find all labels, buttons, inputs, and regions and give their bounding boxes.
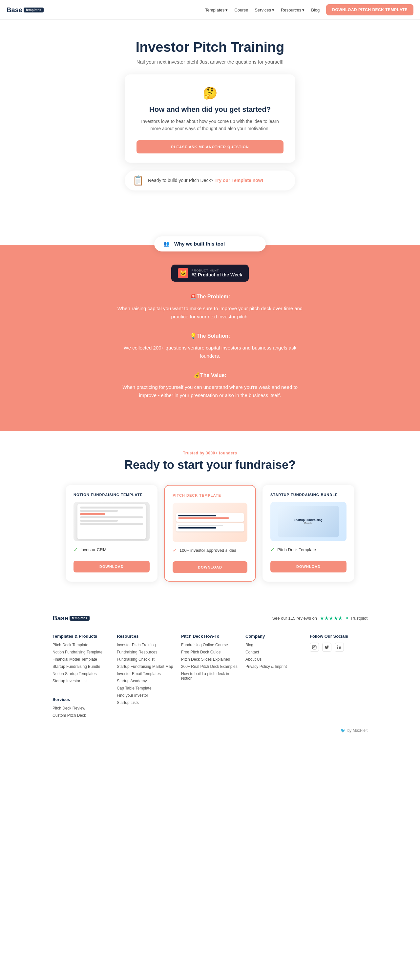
footer-link[interactable]: Pitch Deck Review xyxy=(53,706,110,711)
footer-link[interactable]: Investor Pitch Training xyxy=(117,643,174,647)
ph-label: PRODUCT HUNT xyxy=(192,269,243,272)
instagram-icon[interactable] xyxy=(310,643,319,652)
ask-another-button[interactable]: PLEASE ASK ME ANOTHER QUESTION xyxy=(136,140,284,153)
solution-text: We collected 200+ questions venture capi… xyxy=(115,344,305,360)
brand-name: Base xyxy=(6,6,22,14)
social-icons xyxy=(310,643,367,652)
footer-link[interactable]: 200+ Real Pitch Deck Examples xyxy=(181,664,239,669)
trustpilot-star: ★★★★★ xyxy=(319,615,343,621)
trustpilot-area: See our 115 reviews on ★★★★★ ✦ Trustpilo… xyxy=(272,615,367,621)
bundle-download-button[interactable]: DOWNLOAD xyxy=(270,561,347,573)
pitch-mockup xyxy=(176,513,243,531)
svg-point-2 xyxy=(315,646,316,646)
by-text: by MaxFleit xyxy=(348,728,367,733)
footer-col-heading: Pitch Deck How-To xyxy=(181,634,239,639)
footer-link[interactable]: Startup Fundraising Bundle xyxy=(53,664,110,669)
pitch-deck-icon: 📋 xyxy=(133,175,144,186)
question-heading: How and when did you get started? xyxy=(136,105,284,114)
svg-point-1 xyxy=(314,646,315,648)
salmon-section: 🐱 PRODUCT HUNT #2 Product of the Week 🚨T… xyxy=(0,245,420,431)
brand-tag: templates xyxy=(24,8,44,13)
try-template-link[interactable]: Try our Template now! xyxy=(215,178,263,183)
product-card-notion: NOTION FUNDRAISING TEMPLATE ✓ Investor C… xyxy=(65,485,158,582)
footer-link[interactable]: Pitch Deck Template xyxy=(53,643,110,647)
check-icon: ✓ xyxy=(73,547,78,553)
hero-title: Investor Pitch Training xyxy=(6,39,414,55)
nav-link-blog[interactable]: Blog xyxy=(311,8,319,13)
banner-text: Ready to build your Pitch Deck? Try our … xyxy=(148,178,263,183)
footer-bottom: 🐦 by MaxFleit xyxy=(53,728,367,733)
chevron-down-icon: ▾ xyxy=(302,8,305,13)
footer-col-resources: Resources Investor Pitch Training Fundra… xyxy=(117,634,174,720)
pitch-card-image xyxy=(172,503,248,542)
footer-link[interactable]: Fundraising Checklist xyxy=(117,657,174,662)
notion-download-button[interactable]: DOWNLOAD xyxy=(73,561,150,573)
footer-col-heading: Company xyxy=(246,634,303,639)
bundle-feature: ✓ Pitch Deck Template xyxy=(270,547,347,553)
nav-link-templates[interactable]: Templates ▾ xyxy=(205,8,228,13)
value-title: 💰The Value: xyxy=(115,372,305,379)
question-description: Investors love to hear about how you com… xyxy=(136,118,284,132)
notion-card-image xyxy=(73,502,150,541)
footer-link[interactable]: Pitch Deck Slides Explained xyxy=(181,657,239,662)
footer-link[interactable]: Cap Table Template xyxy=(117,686,174,690)
chevron-down-icon: ▾ xyxy=(225,8,228,13)
products-section: Trusted by 3000+ founders Ready to start… xyxy=(0,431,420,601)
footer-link[interactable]: Find your investor xyxy=(117,693,174,698)
notion-feature: ✓ Investor CRM xyxy=(73,547,150,553)
download-pitch-deck-button[interactable]: DOWNLOAD PITCH DECK TEMPLATE xyxy=(326,4,414,16)
problem-title: 🚨The Problem: xyxy=(115,293,305,300)
footer-brand: Base templates xyxy=(53,614,89,622)
navbar-links: Templates ▾ Course Services ▾ Resources … xyxy=(205,4,414,16)
footer-link[interactable]: Notion Startup Templates xyxy=(53,671,110,676)
question-card: 🤔 How and when did you get started? Inve… xyxy=(125,75,295,162)
footer-link[interactable]: Contact xyxy=(246,650,303,654)
products-heading: Ready to start your fundraise? xyxy=(6,458,414,472)
footer-link[interactable]: Investor Email Templates xyxy=(117,671,174,676)
trustpilot-logo: ✦ Trustpilot xyxy=(345,616,367,620)
bundle-card-title: STARTUP FUNDRAISING BUNDLE xyxy=(270,493,347,497)
footer-link[interactable]: Custom Pitch Deck xyxy=(53,713,110,718)
products-grid: NOTION FUNDRAISING TEMPLATE ✓ Investor C… xyxy=(53,485,367,582)
product-hunt-badge: 🐱 PRODUCT HUNT #2 Product of the Week xyxy=(171,264,249,282)
svg-point-3 xyxy=(337,645,338,646)
footer-link[interactable]: Fundraising Resources xyxy=(117,650,174,654)
footer-link[interactable]: Free Pitch Deck Guide xyxy=(181,650,239,654)
why-label: Why we built this tool xyxy=(174,241,225,247)
footer-link[interactable]: Startup Fundraising Market Map xyxy=(117,664,174,669)
footer-link[interactable]: How to build a pitch deck in Notion xyxy=(181,671,239,681)
bundle-mockup: Startup Fundraising Bundle xyxy=(270,502,347,541)
footer-col-socials: Follow Our Socials xyxy=(310,634,367,720)
nav-link-services[interactable]: Services ▾ xyxy=(255,8,274,13)
footer-col-howto: Pitch Deck How-To Fundraising Online Cou… xyxy=(181,634,239,720)
footer-columns: Templates & Products Pitch Deck Template… xyxy=(53,634,367,720)
footer-col-heading: Templates & Products xyxy=(53,634,110,639)
twitter-icon[interactable] xyxy=(322,643,331,652)
footer-link[interactable]: Startup Lists xyxy=(117,700,174,705)
notion-card-title: NOTION FUNDRAISING TEMPLATE xyxy=(73,493,150,497)
footer-link[interactable]: Notion Fundraising Template xyxy=(53,650,110,654)
trusted-label: Trusted by 3000+ founders xyxy=(6,451,414,455)
footer-link[interactable]: Blog xyxy=(246,643,303,647)
footer-link[interactable]: Startup Academy xyxy=(117,679,174,683)
footer-link[interactable]: Startup Investor List xyxy=(53,679,110,683)
footer-link[interactable]: Privacy Policy & Imprint xyxy=(246,664,303,669)
hero-section: Investor Pitch Training Nail your next i… xyxy=(0,20,420,223)
footer-col-heading: Follow Our Socials xyxy=(310,634,367,639)
footer-col-services-heading: Services xyxy=(53,697,110,702)
problem-text: When raising capital you want to make su… xyxy=(115,304,305,321)
footer-link[interactable]: Financial Model Template xyxy=(53,657,110,662)
nav-link-resources[interactable]: Resources ▾ xyxy=(281,8,305,13)
trustpilot-text: See our 115 reviews on xyxy=(272,616,317,620)
nav-link-course[interactable]: Course xyxy=(234,8,248,13)
footer: Base templates See our 115 reviews on ★★… xyxy=(0,601,420,743)
footer-brand-tag: templates xyxy=(70,616,89,620)
pitch-download-button[interactable]: DOWNLOAD xyxy=(172,561,248,573)
product-card-bundle: STARTUP FUNDRAISING BUNDLE Startup Fundr… xyxy=(262,485,355,582)
footer-link[interactable]: Fundraising Online Course xyxy=(181,643,239,647)
footer-link[interactable]: About Us xyxy=(246,657,303,662)
value-text: When practicing for yourself you can und… xyxy=(115,383,305,400)
linkedin-icon[interactable] xyxy=(335,643,344,652)
hero-subtitle: Nail your next investor pitch! Just answ… xyxy=(6,59,414,65)
footer-top: Base templates See our 115 reviews on ★★… xyxy=(53,614,367,622)
